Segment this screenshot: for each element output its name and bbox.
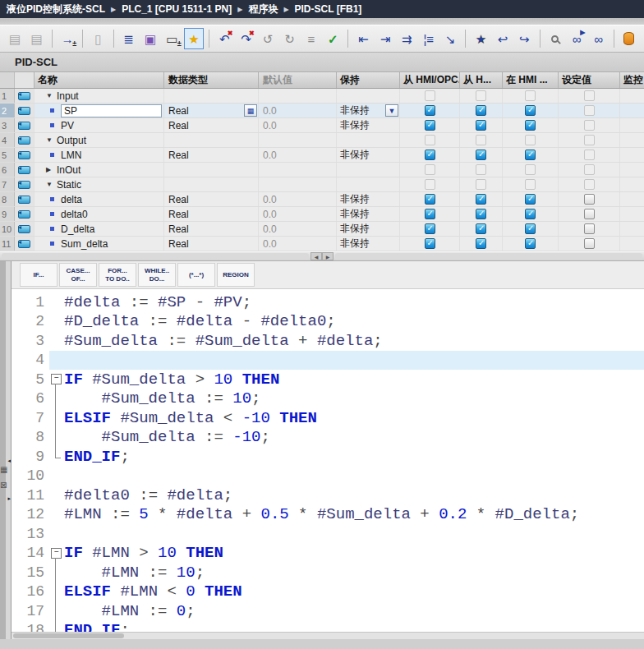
code-line[interactable]: 16ELSIF #LMN < 0 THEN <box>12 582 644 602</box>
in-hmi-checkbox[interactable] <box>525 194 536 205</box>
from-hmi-opc-checkbox[interactable] <box>425 105 435 116</box>
side-tab-icon[interactable]: ▦ <box>0 465 7 474</box>
datatype-cell[interactable]: Real <box>164 148 259 162</box>
pane-splitter[interactable] <box>6 261 11 639</box>
code-line[interactable]: 10 <box>12 467 644 486</box>
default-value-cell[interactable] <box>259 133 337 147</box>
default-value-cell[interactable]: 0.0 <box>259 148 337 162</box>
snippet-while[interactable]: WHILE..DO... <box>138 263 176 287</box>
hscroll-right-icon[interactable]: ▶ <box>322 252 334 260</box>
code-line-body[interactable]: ELSIF #LMN < 0 THEN <box>49 582 644 602</box>
default-value-cell[interactable]: 0.0 <box>259 118 337 132</box>
retain-cell[interactable] <box>337 177 400 191</box>
snippet-region[interactable]: REGION <box>217 263 255 287</box>
from-hmi-opc-checkbox[interactable] <box>425 238 435 249</box>
in-hmi-checkbox[interactable] <box>525 150 536 160</box>
code-line-body[interactable]: #Sum_delta := -10; <box>49 428 644 448</box>
compile-icon[interactable]: ✓ <box>323 28 343 49</box>
code-line[interactable]: 13 <box>12 524 644 544</box>
from-hmi-checkbox[interactable] <box>476 105 486 116</box>
keep-actual-values-icon[interactable]: ▯ <box>88 28 108 49</box>
default-value-cell[interactable] <box>259 177 337 191</box>
from-hmi-checkbox[interactable] <box>476 194 486 205</box>
discard-changes-icon[interactable]: ↺ <box>258 28 278 49</box>
code-line-body[interactable]: #LMN := 0; <box>49 601 644 621</box>
code-line[interactable]: 6 #Sum_delta := 10; <box>12 389 644 409</box>
retain-cell[interactable] <box>337 89 400 103</box>
name-edit-box[interactable]: SP <box>61 104 162 117</box>
align-icon[interactable]: ≡ <box>301 28 321 49</box>
from-hmi-opc-checkbox[interactable] <box>425 150 435 160</box>
breadcrumb-plc[interactable]: PLC_1 [CPU 1511-1 PN] <box>122 3 232 15</box>
datatype-cell[interactable]: Real <box>164 192 259 206</box>
snippet-comment[interactable]: (*...*) <box>177 263 215 287</box>
in-hmi-checkbox[interactable] <box>525 105 536 116</box>
breadcrumb-block[interactable]: PID-SCL [FB1] <box>295 3 362 15</box>
code-line[interactable]: 9END_IF; <box>12 447 644 467</box>
bookmark-icon[interactable]: ★ <box>471 28 490 49</box>
search-icon[interactable] <box>545 28 565 49</box>
hscroll-track[interactable] <box>335 253 642 260</box>
code-hscrollbar[interactable] <box>12 632 644 639</box>
previous-position-icon[interactable]: ↩ <box>493 28 513 49</box>
add-row-icon[interactable]: ▤ <box>26 28 46 49</box>
retain-cell[interactable] <box>337 133 400 147</box>
expand-icon[interactable]: ▶ <box>46 166 53 173</box>
setpoint-checkbox[interactable] <box>584 194 595 205</box>
code-line-body[interactable]: END_IF; <box>49 447 644 467</box>
default-value-cell[interactable] <box>259 163 337 177</box>
code-line-body[interactable] <box>49 524 644 544</box>
setpoint-checkbox[interactable] <box>584 209 595 219</box>
insert-fragment-icon[interactable]: ▣ <box>140 28 160 49</box>
code-line-body[interactable]: #Sum_delta := 10; <box>49 389 644 409</box>
name-cell[interactable]: LMN <box>34 148 164 162</box>
code-line-body[interactable]: #delta0 := #delta; <box>49 486 644 505</box>
retain-cell[interactable]: 非保持 <box>337 237 400 251</box>
name-cell[interactable]: ▼Output <box>34 133 164 147</box>
default-value-cell[interactable]: 0.0 <box>259 222 337 236</box>
code-line[interactable]: 1#delta := #SP - #PV; <box>12 292 644 312</box>
datatype-cell[interactable] <box>164 89 259 103</box>
collapse-icon[interactable]: ▼ <box>46 136 53 144</box>
reload-icon[interactable]: ↻ <box>279 28 299 49</box>
hscroll-track[interactable] <box>2 253 309 260</box>
code-line[interactable]: 3#Sum_delta := #Sum_delta + #delta; <box>12 331 644 351</box>
scl-code-editor[interactable]: 1#delta := #SP - #PV;2#D_delta := #delta… <box>12 289 644 632</box>
breadcrumb-program-blocks[interactable]: 程序块 <box>248 2 278 16</box>
open-block-icon[interactable]: →± <box>58 28 77 49</box>
code-line[interactable]: 4 <box>12 351 644 371</box>
code-line-body[interactable]: #Sum_delta := #Sum_delta + #delta; <box>49 331 644 351</box>
code-line-body[interactable]: END_IF; <box>49 621 644 633</box>
default-value-cell[interactable]: 0.0 <box>259 207 337 221</box>
splitter-collapse-icon[interactable]: ◂ <box>7 458 11 464</box>
datatype-cell[interactable]: Real <box>164 222 259 236</box>
retain-cell[interactable]: 非保持▼ <box>337 104 400 117</box>
code-line[interactable]: 17 #LMN := 0; <box>12 601 644 621</box>
code-line-body[interactable]: ELSIF #Sum_delta < -10 THEN <box>49 408 644 428</box>
code-line[interactable]: 7ELSIF #Sum_delta < -10 THEN <box>12 408 644 428</box>
splitter-expand-icon[interactable]: ▸ <box>7 495 11 502</box>
code-line-body[interactable]: #LMN := 10; <box>49 563 644 582</box>
code-line[interactable]: 14IF #LMN > 10 THEN <box>12 544 644 564</box>
code-line[interactable]: 12#LMN := 5 * #delta + 0.5 * #Sum_delta … <box>12 505 644 525</box>
from-hmi-checkbox[interactable] <box>476 223 486 234</box>
next-position-icon[interactable]: ↪ <box>514 28 534 49</box>
name-cell[interactable]: delta <box>34 192 164 206</box>
snippet-if[interactable]: IF... <box>20 263 58 287</box>
from-hmi-checkbox[interactable] <box>476 150 486 160</box>
collapse-icon[interactable]: ▼ <box>46 181 53 188</box>
expand-members-icon[interactable]: ≣ <box>118 28 138 49</box>
code-line[interactable]: 2#D_delta := #delta - #delta0; <box>12 312 644 332</box>
collapse-icon[interactable]: ▼ <box>46 92 53 99</box>
name-cell[interactable]: delta0 <box>34 207 164 221</box>
datatype-cell[interactable]: Real <box>164 237 259 251</box>
retain-cell[interactable]: 非保持 <box>337 207 400 221</box>
in-hmi-checkbox[interactable] <box>525 120 536 131</box>
default-value-cell[interactable]: 0.0 <box>259 237 337 251</box>
code-line[interactable]: 5IF #Sum_delta > 10 THEN <box>12 370 644 389</box>
datatype-cell[interactable] <box>164 133 259 147</box>
from-hmi-opc-checkbox[interactable] <box>425 209 435 219</box>
indent-icon[interactable]: ⇥ <box>375 28 395 49</box>
retain-cell[interactable]: 非保持 <box>337 118 400 132</box>
datatype-cell[interactable]: Real▦ <box>164 104 259 117</box>
